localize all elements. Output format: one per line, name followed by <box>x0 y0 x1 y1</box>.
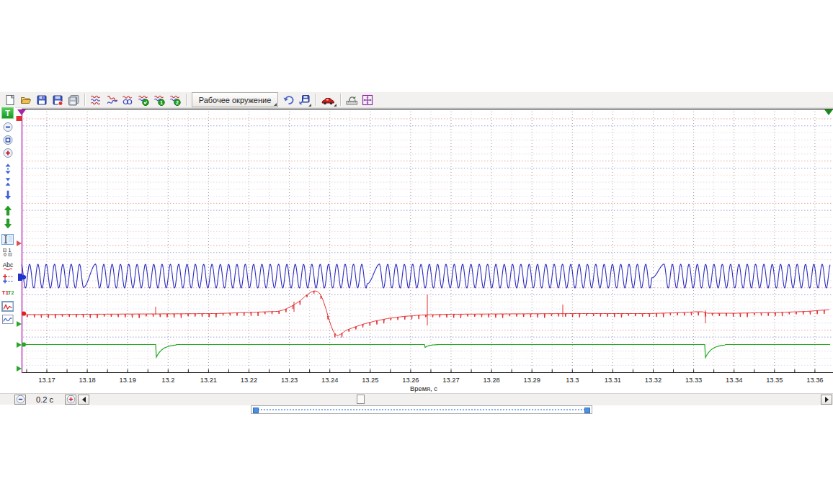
svg-text:2: 2 <box>176 99 179 104</box>
waves-preset1-icon: 1 <box>153 94 165 106</box>
collapse-vertical-icon <box>2 176 14 187</box>
expand-vertical-button[interactable] <box>1 163 14 174</box>
scroll-left-button[interactable] <box>78 395 89 405</box>
x-tick-label: 13.34 <box>726 377 742 384</box>
fit-screen-button[interactable] <box>360 92 375 107</box>
cursor-flag-top[interactable] <box>17 109 26 115</box>
workspace-dropdown-label: Рабочее окружение <box>199 96 272 104</box>
time-markers-button[interactable]: T1 T2 <box>1 286 14 297</box>
scroll-right-button[interactable] <box>821 395 832 405</box>
blue-zero-dot[interactable] <box>22 275 26 279</box>
time-scale-value: 0.2 с <box>26 395 63 404</box>
green-zero-dot[interactable] <box>22 342 26 346</box>
scrollbar-track[interactable] <box>91 394 819 405</box>
red-zero-dot[interactable] <box>22 311 26 315</box>
move-down-button[interactable] <box>1 189 14 200</box>
save-report-button[interactable] <box>296 92 312 107</box>
x-tick-label: 13.29 <box>524 377 540 384</box>
expand-vertical-icon <box>2 163 14 174</box>
svg-text:Abc: Abc <box>2 261 13 269</box>
waves-view-button[interactable] <box>88 92 104 107</box>
blue-graph-icon <box>2 315 14 324</box>
red-graph-icon <box>2 302 13 311</box>
new-file-button[interactable] <box>2 92 18 107</box>
trace-signal-red[interactable] <box>22 291 829 338</box>
record-end-flag[interactable] <box>824 109 833 115</box>
dropdown-corner-icon <box>308 104 311 107</box>
x-tick-label: 13.36 <box>806 377 823 384</box>
move-down-icon <box>2 189 14 200</box>
grid <box>23 112 833 372</box>
waves-crossed-icon <box>106 94 117 106</box>
overview-left-handle[interactable] <box>253 408 259 413</box>
waves-preset2-button[interactable]: 2 <box>167 92 183 107</box>
level-markers-button[interactable] <box>1 273 14 284</box>
waves-loop-icon <box>122 94 133 106</box>
red-level-arrow[interactable] <box>17 240 22 246</box>
open-file-button[interactable] <box>18 92 34 107</box>
trace-crankshaft-blue[interactable] <box>22 264 830 288</box>
cursor-ruler-icon <box>2 235 13 244</box>
measure-refresh-button[interactable] <box>344 92 360 107</box>
save-as-button[interactable] <box>50 92 66 107</box>
text-labels-icon: Abc <box>2 261 14 271</box>
toolbar-separator <box>315 94 316 106</box>
timescale-zoom-in-button[interactable] <box>65 395 76 405</box>
workspace-dropdown[interactable]: Рабочее окружение <box>192 92 278 107</box>
undo-icon <box>282 94 295 106</box>
x-tick-label: 13.25 <box>362 377 378 384</box>
scrollbar-thumb[interactable] <box>357 395 365 404</box>
right-arrow-icon <box>825 397 829 402</box>
plus-circle-icon <box>66 395 76 404</box>
x-axis-title: Время, с <box>410 385 437 392</box>
arrow-down-icon <box>2 218 14 229</box>
x-axis: 13.1713.1813.1913.213.2113.2213.2313.241… <box>22 369 833 392</box>
arrow-up-icon <box>2 205 14 216</box>
trigger-t-button[interactable]: T <box>1 107 14 119</box>
x-tick-label: 13.23 <box>281 377 298 384</box>
text-labels-button[interactable]: Abc <box>1 260 14 271</box>
new-file-icon <box>4 94 16 106</box>
zoom-in-icon <box>2 148 14 158</box>
green-bottom-arrow[interactable] <box>17 366 22 372</box>
svg-text:T2: T2 <box>8 289 14 296</box>
red-graph-view-button[interactable] <box>1 301 14 312</box>
zoom-window-button[interactable] <box>1 135 14 145</box>
record-overview-strip[interactable] <box>251 405 592 414</box>
measure-refresh-icon <box>346 94 358 106</box>
trigger-t-label: T <box>5 109 10 117</box>
save-copy-button[interactable] <box>66 92 81 107</box>
toolbar-separator <box>84 94 85 106</box>
save-icon <box>36 94 48 106</box>
level-markers-icon <box>2 274 14 284</box>
undo-button[interactable] <box>280 92 296 107</box>
green-level-arrow[interactable] <box>17 321 22 327</box>
cursor-ruler-button[interactable] <box>1 234 14 245</box>
tool-sidebar: T <box>0 107 15 327</box>
waves-crossed-button[interactable] <box>104 92 120 107</box>
red-flag-top[interactable] <box>17 116 22 121</box>
waves-preset1-button[interactable]: 1 <box>151 92 167 107</box>
overview-right-handle[interactable] <box>584 408 590 413</box>
x-tick-label: 13.2 <box>161 377 174 384</box>
green-zero-arrow[interactable] <box>17 342 22 348</box>
x-tick-label: 13.26 <box>402 377 419 384</box>
binary-view-icon: 1 0 <box>2 248 13 257</box>
trace-sync-green[interactable] <box>22 345 830 358</box>
main-toolbar: 1 2 Рабочее окружение <box>0 91 833 108</box>
green-arrow-down-button[interactable] <box>1 218 14 229</box>
time-scale-bar: 0.2 с <box>0 393 833 405</box>
car-mode-button[interactable] <box>318 92 337 107</box>
save-button[interactable] <box>34 92 50 107</box>
binary-view-button[interactable]: 1 0 <box>1 247 14 258</box>
zoom-in-button[interactable] <box>1 148 14 158</box>
waves-checked-button[interactable] <box>135 92 151 107</box>
zoom-out-button[interactable] <box>1 122 14 132</box>
green-arrow-up-button[interactable] <box>1 205 14 216</box>
x-tick-label: 13.24 <box>321 377 338 384</box>
timescale-zoom-out-button[interactable] <box>14 395 26 405</box>
waves-loop-button[interactable] <box>120 92 135 107</box>
blue-graph-view-button[interactable] <box>1 314 14 325</box>
waves-checked-icon <box>138 94 149 106</box>
collapse-vertical-button[interactable] <box>1 176 14 187</box>
